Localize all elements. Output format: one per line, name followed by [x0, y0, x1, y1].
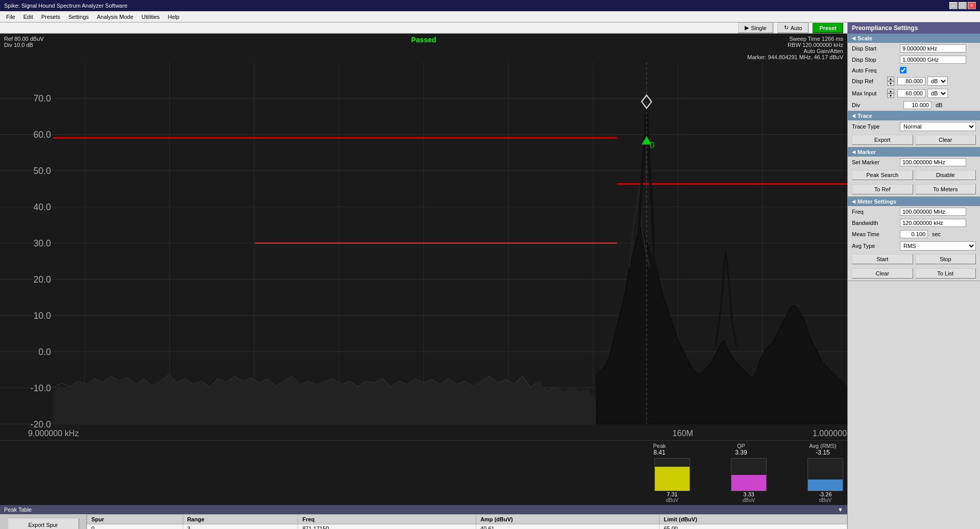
- meter-settings-header[interactable]: ◀ Meter Settings: [848, 197, 980, 206]
- div-unit: dB: [934, 102, 942, 108]
- sweep-time: Sweep Time 1266 ms: [564, 36, 843, 42]
- right-panel: Preompliance Settings ◀ Scale Disp Start…: [847, 22, 980, 529]
- row0-spur: 0: [87, 524, 183, 529]
- meter-freq-input[interactable]: [900, 208, 966, 216]
- trace-export-button[interactable]: Export: [852, 135, 913, 145]
- auto-freq-checkbox[interactable]: [900, 67, 906, 73]
- left-area: ▶ Single ↻ Auto Preset Ref 80.00 dBuV Di…: [0, 22, 847, 529]
- trace-clear-button[interactable]: Clear: [915, 135, 976, 145]
- trace-header[interactable]: ◀ Trace: [848, 111, 980, 120]
- qp-value: 3.39: [721, 449, 762, 456]
- peak-meter-col: 7.31 dBuV: [654, 458, 690, 503]
- svg-text:9.000000 kHz: 9.000000 kHz: [28, 429, 79, 438]
- auto-button[interactable]: ↻ Auto: [777, 22, 809, 33]
- meter-btns-row2: Clear To List: [848, 266, 980, 281]
- export-spur-table-button[interactable]: Export SpurTable: [8, 518, 79, 529]
- maximize-button[interactable]: □: [959, 2, 967, 9]
- meter-values-row: 8.41 3.39 -3.15: [0, 449, 847, 456]
- auto-freq-row: Auto Freq: [848, 65, 980, 75]
- max-input-up-button[interactable]: ▲: [887, 89, 894, 93]
- svg-text:0.0: 0.0: [38, 347, 51, 357]
- menubar: File Edit Presets Settings Analysis Mode…: [0, 11, 980, 22]
- top-toolbar: ▶ Single ↻ Auto Preset: [0, 22, 847, 34]
- minimize-button[interactable]: ─: [949, 2, 958, 9]
- single-button[interactable]: ▶ Single: [738, 22, 773, 33]
- to-ref-button[interactable]: To Ref: [852, 184, 913, 194]
- ref-display: Ref 80.00 dBuV: [4, 36, 284, 42]
- menu-help[interactable]: Help: [164, 13, 184, 21]
- trace-type-row: Trace Type Normal Max Hold Min Hold Aver…: [848, 120, 980, 133]
- scale-title: Scale: [857, 35, 872, 41]
- set-marker-input[interactable]: [900, 158, 966, 166]
- max-input-row: Max Input ▲ ▼ dBuV dBm: [848, 87, 980, 99]
- rbw-display: RBW 120.000000 kHz: [564, 42, 843, 48]
- meter-freq-label: Freq: [852, 209, 898, 215]
- peak-search-button[interactable]: Peak Search: [852, 170, 913, 180]
- titlebar-controls: ─ □ ✕: [949, 2, 976, 9]
- disp-ref-up-button[interactable]: ▲: [887, 77, 894, 81]
- max-input-down-button[interactable]: ▼: [887, 93, 894, 98]
- svg-text:40.0: 40.0: [33, 202, 51, 212]
- preset-button[interactable]: Preset: [813, 23, 843, 33]
- meter-settings-title: Meter Settings: [857, 198, 896, 205]
- trace-title: Trace: [857, 113, 872, 119]
- trace-section: ◀ Trace Trace Type Normal Max Hold Min H…: [848, 111, 980, 147]
- avg-meter-col: -3.26 dBuV: [807, 458, 843, 503]
- menu-presets[interactable]: Presets: [37, 13, 64, 21]
- menu-settings[interactable]: Settings: [64, 13, 93, 21]
- qp-meter-col: 3.33 dBuV: [731, 458, 767, 503]
- qp-bar-unit: dBuV: [743, 497, 755, 503]
- disp-start-row: Disp Start: [848, 43, 980, 54]
- disp-ref-down-button[interactable]: ▼: [887, 81, 894, 86]
- avg-value: -3.15: [802, 449, 843, 456]
- peak-table-data: Spur Range Freq Amp (dBuV) Limit (dBuV) …: [87, 514, 847, 529]
- set-marker-row: Set Marker: [848, 157, 980, 168]
- to-meters-button[interactable]: To Meters: [915, 184, 976, 194]
- spectrum-info-bar: Ref 80.00 dBuV Div 10.0 dB Passed Sweep …: [0, 34, 847, 62]
- avg-type-select[interactable]: RMS Average Peak: [900, 241, 976, 250]
- qp-bar-fill: [731, 475, 766, 491]
- col-spur: Spur: [87, 515, 183, 524]
- menu-analysis-mode[interactable]: Analysis Mode: [93, 13, 138, 21]
- div-input[interactable]: [903, 101, 932, 109]
- trace-type-select[interactable]: Normal Max Hold Min Hold Average: [900, 122, 976, 131]
- menu-utilities[interactable]: Utilities: [137, 13, 163, 21]
- meter-bandwidth-row: Bandwidth: [848, 217, 980, 229]
- menu-edit[interactable]: Edit: [19, 13, 37, 21]
- avg-header: Avg (RMS): [802, 443, 843, 449]
- meter-col-headers: Peak QP Avg (RMS): [0, 443, 847, 449]
- scale-header[interactable]: ◀ Scale: [848, 34, 980, 43]
- max-input-input[interactable]: [897, 89, 925, 97]
- meter-clear-button[interactable]: Clear: [852, 268, 913, 279]
- meter-bandwidth-input[interactable]: [900, 219, 966, 227]
- disp-start-input[interactable]: [900, 44, 966, 53]
- disp-ref-label: Disp Ref: [852, 78, 885, 84]
- marker-display: Marker: 944.804291 MHz, 46.17 dBuV: [564, 54, 843, 60]
- bar-meters: 7.31 dBuV 3.33 dBuV -3.26: [0, 458, 847, 503]
- to-list-button[interactable]: To List: [915, 268, 976, 279]
- disp-stop-input[interactable]: [900, 56, 966, 64]
- peak-table-title: Peak Table: [4, 507, 32, 513]
- auto-freq-label: Auto Freq: [852, 67, 898, 73]
- meter-start-button[interactable]: Start: [852, 254, 913, 264]
- disp-ref-input[interactable]: [897, 77, 925, 85]
- titlebar: Spike: Signal Hound Spectrum Analyzer So…: [0, 0, 980, 11]
- disp-ref-unit-select[interactable]: dBuV dBm: [927, 77, 948, 86]
- table-row[interactable]: 0 3 871.17150... 40.61 65.00: [87, 524, 847, 529]
- svg-text:60.0: 60.0: [33, 130, 51, 140]
- meas-time-input[interactable]: [900, 230, 928, 238]
- peak-bar-fill: [655, 467, 690, 491]
- spectrum-canvas-wrapper[interactable]: 70.0 60.0 50.0 40.0 30.0 20.0 10.0 0.0 -…: [0, 62, 847, 440]
- row0-amp: 40.61: [476, 524, 659, 529]
- collapse-icon[interactable]: ▼: [838, 507, 843, 513]
- row0-limit: 65.00: [659, 524, 847, 529]
- disable-button[interactable]: Disable: [915, 170, 976, 180]
- qp-meter-bar: [731, 458, 767, 491]
- close-button[interactable]: ✕: [968, 2, 976, 9]
- marker-header[interactable]: ◀ Marker: [848, 147, 980, 157]
- meter-stop-button[interactable]: Stop: [915, 254, 976, 264]
- div-row: Div dB: [848, 99, 980, 111]
- max-input-unit-select[interactable]: dBuV dBm: [927, 89, 948, 98]
- marker-buttons-row2: To Ref To Meters: [848, 182, 980, 196]
- menu-file[interactable]: File: [2, 13, 19, 21]
